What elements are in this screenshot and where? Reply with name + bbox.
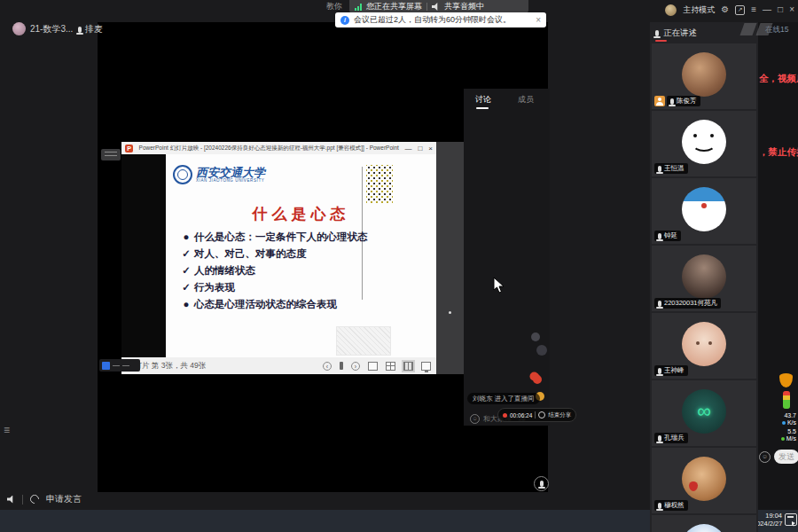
ppt-maximize-button[interactable]: □: [418, 145, 422, 153]
request-speak-button[interactable]: 申请发言: [46, 493, 82, 505]
participant-name: 陈俊芳: [677, 97, 697, 106]
scroll-dot: [449, 311, 451, 314]
powerpoint-window: P PowerPoint 幻灯片放映 - [20240226保持良好心态迎接新的…: [121, 142, 436, 374]
university-name-en: XIAN JIAOTONG UNIVERSITY: [196, 178, 265, 183]
mic-icon: [658, 233, 661, 239]
speaking-mic-icon: [655, 30, 659, 36]
participant-avatar: [682, 187, 726, 231]
participant-avatar: [682, 457, 726, 501]
participants-panel: 正在讲述 陈俊芳 王恒温 钟延 220320031何苑凡: [650, 22, 758, 532]
close-button[interactable]: ×: [789, 4, 794, 16]
participant-avatar: [682, 322, 726, 366]
menu-icon[interactable]: ≡: [751, 4, 756, 16]
divider: [535, 411, 536, 419]
floating-like-emoji: [531, 332, 540, 341]
shared-app-side-button[interactable]: [101, 149, 121, 160]
mic-float-button[interactable]: [534, 476, 549, 491]
participant-tile[interactable]: [652, 515, 756, 532]
participant-avatar: [682, 120, 726, 164]
prev-slide-button[interactable]: ‹: [323, 362, 332, 371]
participant-name: 220320031何苑凡: [664, 299, 717, 308]
participant-name: 王神峰: [664, 366, 685, 375]
self-user[interactable]: 21-数学3...: [12, 22, 73, 35]
member-badge-icon: [654, 96, 665, 106]
column-view-icon[interactable]: [403, 362, 413, 371]
participant-name: 孔瑞兵: [664, 434, 685, 442]
pen-tool-icon[interactable]: [340, 362, 343, 370]
participant-tile[interactable]: 穆权然: [652, 448, 756, 513]
ppt-close-button[interactable]: ×: [428, 145, 433, 153]
powerpoint-titlebar[interactable]: P PowerPoint 幻灯片放映 - [20240226保持良好心态迎接新的…: [121, 142, 436, 154]
join-message: 刘晓东 进入了直播间: [467, 393, 540, 404]
notification-close-icon[interactable]: ×: [536, 15, 541, 25]
right-chat-strip: 在线15 全，视频房 ，禁止传播 43.7K/s 5.5M/s: [758, 22, 798, 510]
mic-icon: [670, 98, 674, 105]
touch-keyboard-icon[interactable]: [785, 513, 797, 526]
end-share-button[interactable]: 结束分享: [548, 411, 571, 419]
participant-tile[interactable]: 王恒温: [652, 111, 756, 176]
display-view-icon[interactable]: [421, 362, 431, 371]
ppt-minimize-button[interactable]: —: [404, 145, 411, 153]
pop-out-icon[interactable]: ↗: [735, 5, 745, 15]
emoji-icon[interactable]: ☺: [470, 414, 480, 424]
settings-gear-icon[interactable]: ⚙: [721, 4, 729, 16]
university-logo: 西安交通大学 XIAN JIAOTONG UNIVERSITY: [173, 165, 265, 184]
bullet-item: ✓人的情绪状态: [182, 262, 386, 279]
bullet-item: ●什么是心态：一定条件下人的心理状态: [182, 229, 386, 246]
emoji-icon[interactable]: ☺: [759, 451, 771, 463]
slide: 西安交通大学 XIAN JIAOTONG UNIVERSITY 什么是心态 ●什…: [166, 154, 436, 357]
host-avatar: [665, 4, 677, 16]
grid-view-icon[interactable]: [386, 362, 395, 371]
divider: [426, 3, 427, 11]
upload-speed: 43.7K/s: [761, 412, 796, 426]
participant-tile[interactable]: ∞ 孔瑞兵: [652, 380, 756, 446]
participant-name: 穆权然: [664, 501, 685, 510]
announcement-text: ，禁止传播: [759, 146, 798, 159]
university-emblem-icon: [173, 165, 192, 184]
audio-sharing-label: 共享音频中: [444, 1, 484, 12]
security-shield-icon[interactable]: [779, 373, 793, 387]
bullet-item: ✓对人、对己、对事的态度: [182, 246, 386, 262]
sharing-label: 您正在共享屏幕: [366, 1, 422, 12]
floating-like-emoji: [536, 345, 547, 356]
participant-avatar: [682, 52, 726, 97]
participant-tiles: 陈俊芳 王恒温 钟延 220320031何苑凡 王神峰 ∞ 孔瑞兵: [652, 43, 756, 532]
mic-icon: [78, 27, 82, 33]
self-avatar: [12, 22, 26, 35]
participant-name: 钟延: [664, 231, 677, 240]
slide-sketch-image: [336, 326, 391, 356]
slideshow-statusbar: 幻灯片 第 3张，共 49张 ‹ ›: [121, 357, 436, 374]
send-button[interactable]: 发送: [774, 450, 798, 464]
bottom-left-controls: 申请发言: [7, 493, 82, 505]
host-mode-label[interactable]: 主持模式: [683, 4, 715, 16]
shared-app-sidebar: [436, 142, 464, 374]
system-tray[interactable]: 19:04 2024/2/27: [753, 512, 797, 528]
slide-title: 什么是心态: [166, 204, 436, 224]
maximize-button[interactable]: □: [778, 4, 783, 16]
participant-tile[interactable]: 钟延: [652, 178, 756, 244]
list-toggle-icon[interactable]: ≡: [4, 424, 10, 436]
tab-members[interactable]: 成员: [518, 94, 534, 106]
decorative-dot-pattern: [366, 165, 393, 204]
participant-tile[interactable]: 220320031何苑凡: [652, 246, 756, 311]
download-speed: 5.5M/s: [761, 428, 796, 442]
speaker-icon[interactable]: [7, 496, 15, 504]
participant-tile[interactable]: 陈俊芳: [652, 43, 756, 109]
mic-queue-button[interactable]: 排麦: [78, 23, 103, 35]
watermark-logo: [739, 21, 776, 39]
bullet-item: ✓行为表现: [182, 279, 386, 296]
mouse-cursor: [493, 277, 505, 293]
participant-tile[interactable]: 王神峰: [652, 313, 756, 379]
app-icon: [102, 362, 110, 370]
mic-icon: [658, 301, 661, 307]
tab-discussion[interactable]: 讨论: [475, 94, 491, 106]
normal-view-icon[interactable]: [368, 362, 378, 371]
share-timer: 00:06:24: [510, 412, 532, 419]
mic-queue-label: 排麦: [85, 23, 103, 35]
minimize-button[interactable]: —: [763, 4, 771, 16]
tray-time: 19:04: [765, 512, 782, 520]
divider: [22, 495, 23, 505]
participant-name: 王恒温: [664, 164, 685, 173]
next-slide-button[interactable]: ›: [351, 362, 360, 371]
bullet-item: ●心态是心理活动状态的综合表现: [182, 296, 386, 313]
